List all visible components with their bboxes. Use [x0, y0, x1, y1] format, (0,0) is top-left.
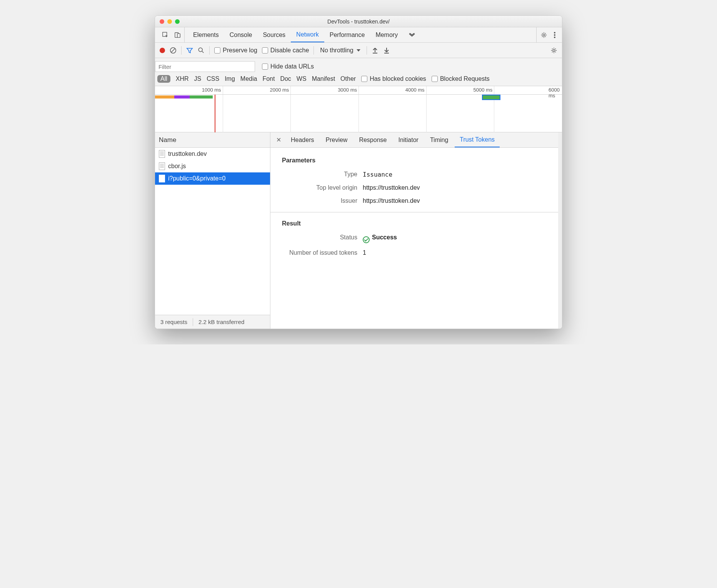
- preserve-log-checkbox[interactable]: Preserve log: [214, 47, 257, 54]
- request-list: Name trusttoken.dev cbor.js i?public=0&p…: [155, 132, 270, 329]
- tab-performance[interactable]: Performance: [324, 27, 370, 42]
- hide-data-urls-checkbox[interactable]: Hide data URLs: [262, 63, 314, 70]
- checkbox-icon: [262, 47, 268, 53]
- file-icon: [159, 150, 165, 158]
- svg-point-6: [554, 37, 555, 38]
- svg-point-4: [554, 32, 555, 33]
- disable-cache-checkbox[interactable]: Disable cache: [262, 47, 309, 54]
- request-detail: ✕ Headers Preview Response Initiator Tim…: [270, 132, 562, 329]
- file-icon: [159, 162, 165, 170]
- network-settings-icon[interactable]: [550, 47, 557, 54]
- checkbox-icon: [361, 76, 367, 82]
- tab-console[interactable]: Console: [224, 27, 258, 42]
- file-icon: [159, 175, 165, 182]
- timeline-overview[interactable]: 1000 ms 2000 ms 3000 ms 4000 ms 5000 ms …: [155, 86, 562, 132]
- checkbox-icon: [432, 76, 438, 82]
- clear-icon[interactable]: [170, 47, 177, 54]
- devtools-window: DevTools - trusttoken.dev/ Elements Cons…: [155, 15, 562, 329]
- filter-doc[interactable]: Doc: [280, 75, 291, 82]
- upload-har-icon[interactable]: [372, 47, 379, 54]
- status-bar: 3 requests 2.2 kB transferred: [155, 315, 270, 329]
- filter-manifest[interactable]: Manifest: [312, 75, 335, 82]
- window-title: DevTools - trusttoken.dev/: [155, 18, 562, 25]
- has-blocked-cookies-checkbox[interactable]: Has blocked cookies: [361, 75, 426, 82]
- top-level-origin-value: https://trusttoken.dev: [363, 184, 420, 191]
- timeline-selection[interactable]: [482, 95, 500, 100]
- throttling-select[interactable]: No throttling: [318, 47, 362, 54]
- svg-point-5: [554, 34, 555, 36]
- kebab-menu-icon[interactable]: [551, 32, 558, 38]
- transferred-size: 2.2 kB transferred: [193, 319, 250, 325]
- device-toolbar-icon[interactable]: [174, 32, 181, 38]
- svg-line-8: [172, 48, 175, 52]
- filter-media[interactable]: Media: [240, 75, 257, 82]
- issuer-value: https://trusttoken.dev: [363, 197, 420, 204]
- tab-network[interactable]: Network: [291, 27, 324, 42]
- result-heading: Result: [282, 220, 550, 227]
- download-har-icon[interactable]: [383, 47, 390, 54]
- detail-tab-headers[interactable]: Headers: [286, 132, 319, 147]
- parameters-heading: Parameters: [282, 157, 550, 164]
- timeline-cursor[interactable]: [215, 95, 215, 132]
- titlebar: DevTools - trusttoken.dev/: [155, 16, 562, 27]
- checkbox-icon: [262, 63, 268, 70]
- filter-icon[interactable]: [186, 47, 193, 54]
- settings-icon[interactable]: [540, 32, 547, 38]
- filter-js[interactable]: JS: [194, 75, 202, 82]
- search-icon[interactable]: [198, 47, 205, 54]
- name-column-header[interactable]: Name: [155, 132, 270, 148]
- issued-tokens-value: 1: [363, 249, 366, 256]
- svg-rect-2: [177, 33, 180, 37]
- svg-point-9: [198, 48, 202, 52]
- detail-tab-trust-tokens[interactable]: Trust Tokens: [455, 132, 500, 147]
- detail-tab-response[interactable]: Response: [354, 132, 392, 147]
- record-button[interactable]: [160, 48, 165, 53]
- filter-input[interactable]: [155, 61, 255, 72]
- svg-point-3: [543, 34, 545, 36]
- network-toolbar: Preserve log Disable cache No throttling: [155, 43, 562, 58]
- resource-type-filter: All XHR JS CSS Img Media Font Doc WS Man…: [155, 72, 562, 86]
- svg-point-13: [553, 49, 555, 51]
- status-value: Success: [363, 234, 397, 243]
- filter-all[interactable]: All: [157, 75, 170, 83]
- filter-font[interactable]: Font: [262, 75, 275, 82]
- filter-other[interactable]: Other: [340, 75, 356, 82]
- checkbox-icon: [214, 47, 220, 53]
- detail-tab-timing[interactable]: Timing: [425, 132, 453, 147]
- filter-xhr[interactable]: XHR: [176, 75, 189, 82]
- request-row[interactable]: i?public=0&private=0: [155, 172, 270, 185]
- close-detail-button[interactable]: ✕: [273, 136, 284, 144]
- request-count: 3 requests: [155, 319, 193, 325]
- more-tabs-button[interactable]: [403, 27, 421, 42]
- main-tabs: Elements Console Sources Network Perform…: [155, 27, 562, 43]
- filter-ws[interactable]: WS: [297, 75, 307, 82]
- filter-css[interactable]: CSS: [207, 75, 219, 82]
- detail-tab-preview[interactable]: Preview: [320, 132, 352, 147]
- tab-memory[interactable]: Memory: [370, 27, 403, 42]
- blocked-requests-checkbox[interactable]: Blocked Requests: [432, 75, 490, 82]
- filter-bar: Hide data URLs: [155, 58, 562, 72]
- tab-elements[interactable]: Elements: [188, 27, 224, 42]
- success-icon: [363, 236, 370, 243]
- svg-line-10: [202, 51, 203, 53]
- detail-tab-initiator[interactable]: Initiator: [393, 132, 423, 147]
- filter-img[interactable]: Img: [225, 75, 235, 82]
- request-row[interactable]: cbor.js: [155, 160, 270, 172]
- request-row[interactable]: trusttoken.dev: [155, 148, 270, 160]
- type-value: Issuance: [363, 171, 392, 178]
- inspect-element-icon[interactable]: [162, 32, 169, 38]
- scrollbar[interactable]: [558, 132, 562, 329]
- tab-sources[interactable]: Sources: [257, 27, 291, 42]
